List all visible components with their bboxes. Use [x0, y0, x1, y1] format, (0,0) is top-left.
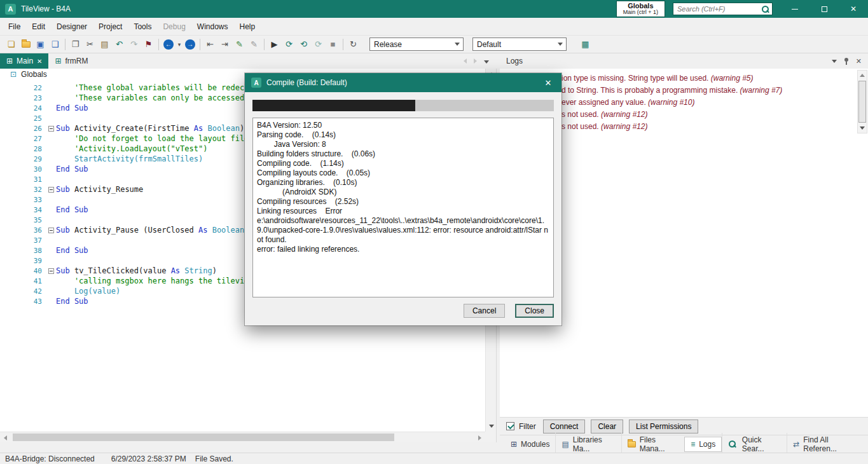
navigate-forward-icon[interactable]: → [185, 39, 195, 50]
undo-icon[interactable]: ↶ [112, 38, 127, 51]
compile-to-library-icon[interactable]: ⟳ [311, 38, 326, 51]
compile-progress-bar [252, 100, 554, 111]
minimize-button[interactable] [780, 0, 809, 18]
save-icon[interactable]: ▣ [33, 38, 48, 51]
dialog-close-icon[interactable] [535, 73, 561, 92]
profile-select[interactable]: Default [472, 38, 567, 51]
navigate-dropdown-icon[interactable]: ▾ [176, 38, 183, 51]
clear-button[interactable]: Clear [591, 420, 623, 433]
copy-icon[interactable]: ❐ [68, 38, 83, 51]
fold-toggle-icon[interactable] [48, 187, 54, 193]
save-all-icon[interactable]: ❑ [48, 38, 62, 51]
line-number: 37 [0, 236, 46, 245]
line-number: 27 [0, 135, 46, 143]
menu-debug[interactable]: Debug [157, 22, 191, 31]
fold-toggle-icon[interactable] [48, 228, 54, 233]
log-warning[interactable]: ion type is missing. String type will be… [561, 72, 855, 85]
list-permissions-button[interactable]: List Permissions [629, 420, 698, 433]
scroll-up-icon[interactable] [858, 71, 867, 80]
pin-icon[interactable] [844, 58, 848, 65]
tab-main[interactable]: Main [0, 53, 48, 69]
file-status: File Saved. [195, 454, 233, 463]
scroll-down-icon[interactable] [486, 421, 497, 432]
tab-logs[interactable]: ≡Logs [684, 437, 722, 452]
menu-project[interactable]: Project [93, 22, 128, 31]
maximize-button[interactable] [809, 0, 839, 18]
log-warning[interactable]: s not used. (warning #12) [561, 121, 855, 133]
fold-toggle-icon[interactable] [48, 268, 54, 274]
title-bar: A TileView - B4A Globals Main (ctrl + 1) [0, 0, 868, 18]
stop-icon[interactable]: ■ [326, 38, 340, 51]
line-number: 43 [0, 297, 46, 306]
bridge-status: B4A-Bridge: Disconnected [0, 454, 95, 463]
panel-menu-icon[interactable] [832, 60, 837, 63]
line-number: 23 [0, 94, 46, 102]
menu-tools[interactable]: Tools [128, 22, 157, 31]
title-search-box[interactable] [673, 3, 773, 15]
tab-modules[interactable]: ⊞Modules [505, 437, 555, 451]
window-close-button[interactable] [839, 0, 868, 18]
scroll-down-icon[interactable] [858, 123, 867, 133]
indent-icon[interactable]: ⇥ [217, 38, 232, 51]
globals-region-icon [10, 70, 17, 79]
tab-frmrm[interactable]: frmRM [48, 53, 94, 69]
code-text: Sub tv_TileClicked(value As String) [56, 266, 217, 275]
log-warning[interactable]: ever assigned any value. (warning #10) [561, 97, 855, 109]
compile-dialog: A Compile (Build: Default) B4A Version: … [245, 73, 561, 325]
cancel-button[interactable]: Cancel [464, 304, 505, 318]
refresh-icon[interactable]: ↻ [346, 38, 361, 51]
logs-scrollbar-thumb[interactable] [858, 81, 866, 123]
search-input[interactable] [673, 5, 761, 13]
menu-help[interactable]: Help [234, 22, 261, 31]
toolbar-separator [200, 39, 200, 50]
open-project-icon[interactable] [18, 38, 33, 51]
menu-file[interactable]: File [3, 22, 26, 31]
outdent-icon[interactable]: ⇤ [203, 38, 217, 51]
redo-icon[interactable]: ↷ [127, 38, 141, 51]
filter-checkbox[interactable] [506, 422, 514, 430]
scroll-tabs-left-icon[interactable] [464, 57, 467, 65]
fold-column [46, 228, 56, 233]
tile-icon[interactable]: ▦ [578, 38, 593, 51]
chevron-down-icon[interactable] [451, 43, 463, 46]
status-timestamp: 6/29/2023 2:58:37 PM [111, 454, 186, 463]
line-number: 36 [0, 226, 46, 235]
line-number: 30 [0, 165, 46, 174]
run-icon[interactable]: ▶ [267, 38, 282, 51]
compile-output[interactable]: B4A Version: 12.50 Parsing code. (0.14s)… [252, 118, 554, 297]
paste-icon[interactable]: ▤ [97, 38, 112, 51]
navigate-back-icon[interactable]: ← [163, 39, 174, 50]
comment-icon[interactable]: ✎ [232, 38, 247, 51]
dialog-close-button[interactable]: Close [515, 304, 554, 318]
logs-scrollbar[interactable] [857, 70, 867, 133]
bookmark-icon[interactable]: ⚑ [141, 38, 156, 51]
new-project-icon[interactable]: ❏ [4, 38, 18, 51]
code-text: End Sub [56, 205, 88, 214]
rebuild-icon[interactable]: ⟳ [282, 38, 296, 51]
build-configuration-select[interactable]: Release [369, 38, 464, 51]
clean-project-icon[interactable]: ⟲ [296, 38, 311, 51]
menu-edit[interactable]: Edit [26, 22, 51, 31]
line-number: 26 [0, 125, 46, 133]
menu-windows[interactable]: Windows [191, 22, 234, 31]
editor-horizontal-scrollbar[interactable] [0, 432, 485, 442]
close-tab-icon[interactable] [37, 57, 42, 65]
scroll-right-icon[interactable] [474, 432, 485, 442]
uncomment-icon[interactable]: ✎ [247, 38, 261, 51]
close-panel-icon[interactable] [856, 57, 862, 65]
log-warning[interactable]: s not used. (warning #12) [561, 109, 855, 121]
line-number: 34 [0, 206, 46, 214]
fold-toggle-icon[interactable] [48, 126, 54, 132]
connect-button[interactable]: Connect [543, 420, 586, 433]
cut-icon[interactable]: ✂ [83, 38, 97, 51]
menu-designer[interactable]: Designer [51, 22, 93, 31]
profile-select-value: Default [473, 40, 555, 49]
chevron-down-icon[interactable] [555, 43, 566, 46]
tab-list-icon[interactable] [484, 57, 489, 65]
quick-jump-widget[interactable]: Globals Main (ctrl + 1) [616, 1, 665, 17]
scroll-tabs-right-icon[interactable] [474, 57, 477, 65]
search-icon[interactable] [761, 5, 769, 13]
scroll-left-icon[interactable] [0, 432, 11, 442]
log-warning[interactable]: d to String. This is probably a programm… [561, 85, 855, 97]
horizontal-scrollbar-thumb[interactable] [13, 433, 394, 441]
